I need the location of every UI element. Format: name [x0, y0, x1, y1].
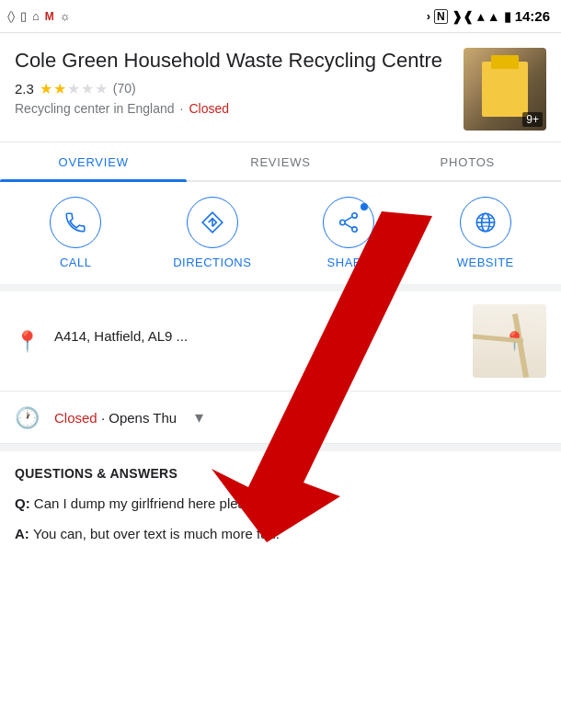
business-name: Cole Green Household Waste Recycling Cen…: [15, 48, 452, 74]
expand-hours-icon[interactable]: ▾: [195, 407, 203, 427]
gmail-icon: M: [45, 10, 54, 23]
svg-point-2: [352, 213, 357, 218]
share-icon: [337, 210, 361, 234]
home-icon: ⌂: [32, 9, 40, 23]
status-bar: 〈〉 ▯ ⌂ M ☼ › N ❱❰ ▴ ▲ ▮ 14:26: [0, 0, 561, 33]
hours-open-info: Opens Thu: [109, 410, 177, 426]
business-header: Cole Green Household Waste Recycling Cen…: [0, 33, 561, 142]
call-button[interactable]: CALL: [7, 197, 144, 269]
star-1: ★: [40, 80, 52, 97]
qa-title: QUESTIONS & ANSWERS: [15, 466, 546, 481]
qa-question-1: Can I dump my girlfriend here please?: [34, 495, 268, 511]
business-image[interactable]: 9+: [464, 48, 546, 131]
map-inner: 📍: [473, 304, 546, 378]
website-icon: [474, 210, 498, 234]
star-5: ★: [95, 80, 108, 97]
qa-section: QUESTIONS & ANSWERS Q: Can I dump my gir…: [0, 444, 561, 568]
status-right-icons: › N ❱❰ ▴ ▲ ▮ 14:26: [427, 8, 550, 24]
clock: 14:26: [515, 8, 550, 24]
hours-dot: ·: [101, 410, 109, 426]
image-count: 9+: [522, 112, 543, 127]
hours-row: 🕐 Closed · Opens Thu ▾: [0, 392, 561, 444]
dot-separator: ·: [180, 101, 184, 116]
speaker-icon: 〈〉: [7, 9, 15, 24]
business-info: Cole Green Household Waste Recycling Cen…: [15, 48, 452, 116]
star-rating: ★ ★ ★ ★ ★: [40, 80, 108, 97]
star-2: ★: [53, 80, 66, 97]
address-text: A414, Hatfield, AL9 ...: [54, 328, 188, 344]
share-label: SHARE: [327, 256, 371, 269]
directions-button[interactable]: DIRECTIONS: [144, 197, 281, 269]
website-label: WEBSITE: [457, 256, 514, 269]
qa-answer-1: You can, but over text is much more fun.: [33, 526, 280, 541]
wifi-icon: ▴: [477, 9, 484, 24]
signal-icon: ▲: [487, 9, 500, 24]
star-3: ★: [67, 80, 80, 97]
business-type: Recycling center in England: [15, 101, 175, 116]
svg-line-5: [345, 217, 352, 222]
action-buttons: CALL DIRECTIONS SHARE: [0, 182, 561, 291]
business-type-row: Recycling center in England · Closed: [15, 101, 452, 116]
location-icon: 📍: [15, 330, 40, 354]
review-count: (70): [113, 81, 136, 96]
status-left-icons: 〈〉 ▯ ⌂ M ☼: [7, 9, 71, 24]
call-icon-circle: [50, 197, 101, 248]
map-thumbnail[interactable]: 📍: [473, 304, 546, 378]
hours-status: Closed: [54, 410, 97, 426]
tab-overview[interactable]: OVERVIEW: [0, 142, 187, 180]
address-row: 📍 A414, Hatfield, AL9 ... 📍: [0, 291, 561, 392]
qa-answer-item-1: A: You can, but over text is much more f…: [15, 524, 546, 545]
star-4: ★: [81, 80, 94, 97]
qa-a-label: A:: [15, 526, 33, 541]
business-status: Closed: [189, 101, 229, 116]
bluetooth-icon: ›: [427, 9, 430, 23]
battery-icon: ▮: [504, 9, 511, 24]
nfc-icon: N: [434, 9, 448, 24]
rating-number: 2.3: [15, 81, 34, 97]
svg-point-3: [340, 220, 345, 224]
phone-icon: [63, 210, 87, 234]
website-icon-circle: [460, 197, 511, 248]
share-icon-circle: [323, 197, 374, 248]
directions-label: DIRECTIONS: [173, 256, 251, 269]
tabs: OVERVIEW REVIEWS PHOTOS: [0, 142, 561, 182]
brightness-icon: ☼: [60, 9, 71, 23]
bookmark-icon: ▯: [20, 9, 27, 23]
call-label: CALL: [60, 256, 92, 269]
tab-photos[interactable]: PHOTOS: [374, 142, 561, 180]
vibrate-icon: ❱❰: [452, 9, 474, 24]
qa-q-label: Q:: [15, 495, 34, 511]
map-pin: 📍: [503, 330, 526, 352]
rating-row: 2.3 ★ ★ ★ ★ ★ (70): [15, 80, 452, 97]
directions-icon-circle: [187, 197, 238, 248]
info-section: 📍 A414, Hatfield, AL9 ... 📍 🕐 Closed · O…: [0, 291, 561, 444]
directions-icon: [200, 210, 224, 234]
hours-text: Closed · Opens Thu: [54, 410, 177, 426]
share-button[interactable]: SHARE: [280, 197, 418, 269]
clock-icon: 🕐: [15, 406, 40, 430]
svg-line-6: [345, 223, 352, 228]
tab-reviews[interactable]: REVIEWS: [187, 142, 373, 180]
website-button[interactable]: WEBSITE: [418, 197, 555, 269]
svg-point-4: [352, 227, 357, 232]
qa-item-1: Q: Can I dump my girlfriend here please?: [15, 494, 546, 515]
address-row-left: 📍 A414, Hatfield, AL9 ...: [15, 328, 458, 354]
